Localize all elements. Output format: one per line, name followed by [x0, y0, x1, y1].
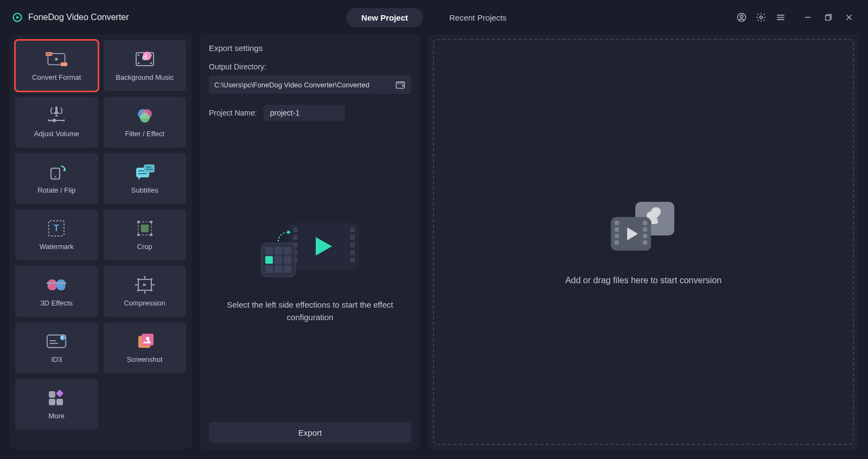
svg-rect-46 — [50, 342, 58, 343]
output-directory-field — [209, 75, 411, 94]
tool-card-screenshot[interactable]: Screenshot — [104, 322, 187, 373]
project-name-row: Project Name: — [209, 105, 411, 121]
tool-label: Screenshot — [127, 355, 163, 364]
screenshot-icon — [134, 333, 156, 350]
tool-card-background-music[interactable]: Background Music — [104, 40, 187, 91]
svg-rect-26 — [138, 173, 147, 174]
tab-new-project[interactable]: New Project — [346, 8, 423, 27]
file-dropzone[interactable]: Add or drag files here to start conversi… — [433, 39, 854, 445]
titlebar-right — [735, 10, 856, 24]
svg-rect-69 — [350, 250, 355, 255]
svg-rect-34 — [137, 221, 139, 223]
output-directory-input[interactable] — [214, 81, 391, 89]
tool-label: ID3 — [51, 355, 62, 364]
tool-label: Watermark — [40, 243, 74, 251]
tool-label: Adjust Volume — [34, 130, 79, 138]
svg-rect-81 — [265, 256, 273, 264]
close-icon[interactable] — [842, 10, 856, 24]
svg-rect-40 — [137, 278, 139, 280]
svg-rect-74 — [284, 247, 291, 254]
svg-rect-67 — [350, 235, 355, 240]
svg-rect-43 — [151, 290, 152, 291]
svg-rect-15 — [150, 62, 152, 64]
conversion-panel: Add or drag files here to start conversi… — [429, 35, 858, 449]
export-button[interactable]: Export — [209, 422, 411, 443]
dropzone-hint: Add or drag files here to start conversi… — [565, 276, 722, 285]
tool-card-crop[interactable]: Crop — [104, 209, 187, 260]
svg-rect-73 — [275, 247, 282, 254]
svg-point-3 — [760, 16, 763, 19]
svg-rect-36 — [137, 234, 139, 236]
gear-icon[interactable] — [754, 10, 768, 24]
svg-rect-53 — [49, 391, 55, 398]
effect-placeholder-hint: Select the left side effections to start… — [209, 299, 411, 323]
effect-placeholder: Select the left side effections to start… — [209, 121, 411, 416]
tool-card-compression[interactable]: Compression — [104, 266, 187, 317]
app-logo: FoneDog Video Converter — [12, 12, 129, 23]
svg-rect-86 — [615, 234, 619, 238]
tool-card-rotate-flip[interactable]: Rotate / Flip — [15, 153, 98, 204]
svg-rect-13 — [138, 62, 139, 64]
tool-card-filter-effect[interactable]: Filter / Effect — [104, 97, 187, 148]
svg-point-23 — [55, 176, 56, 177]
logo-icon — [12, 12, 23, 23]
crop-icon — [134, 220, 156, 237]
more-icon — [46, 389, 67, 406]
tool-card-id3[interactable]: ID3 — [15, 322, 98, 373]
svg-rect-85 — [615, 227, 619, 232]
maximize-icon[interactable] — [821, 10, 835, 24]
tool-label: Subtitles — [131, 186, 158, 194]
svg-rect-68 — [350, 243, 355, 247]
user-icon[interactable] — [735, 10, 749, 24]
svg-rect-37 — [150, 234, 152, 236]
tool-label: Convert Format — [32, 73, 81, 81]
tab-recent-projects[interactable]: Recent Projects — [434, 8, 522, 27]
svg-rect-33 — [141, 225, 149, 232]
titlebar: FoneDog Video Converter New Project Rece… — [4, 4, 864, 30]
3d-effects-icon — [46, 276, 67, 294]
svg-rect-41 — [151, 278, 152, 280]
svg-point-16 — [143, 52, 151, 60]
project-name-input[interactable] — [264, 105, 345, 121]
svg-text:T: T — [54, 224, 59, 233]
svg-point-21 — [140, 113, 150, 123]
browse-folder-icon[interactable] — [395, 79, 406, 90]
app-title: FoneDog Video Converter — [28, 12, 129, 22]
menu-icon[interactable] — [774, 10, 788, 24]
svg-rect-91 — [643, 240, 647, 245]
tool-label: More — [48, 412, 65, 420]
svg-point-2 — [741, 15, 743, 18]
effect-placeholder-icon — [256, 213, 365, 286]
svg-rect-35 — [150, 221, 152, 223]
tool-card-adjust-volume[interactable]: Adjust Volume — [15, 97, 98, 148]
svg-rect-42 — [137, 290, 139, 291]
tool-card-convert-format[interactable]: MP4Convert Format — [15, 40, 98, 91]
svg-point-17 — [55, 114, 58, 117]
compression-icon — [134, 276, 156, 294]
svg-rect-79 — [275, 265, 282, 273]
tool-label: Filter / Effect — [125, 130, 164, 138]
tool-label: Rotate / Flip — [37, 186, 75, 194]
svg-rect-27 — [144, 164, 155, 173]
export-settings-panel: Export settings Output Directory: Projec… — [200, 35, 420, 449]
tool-label: Compression — [124, 299, 165, 307]
subtitles-icon — [134, 163, 156, 181]
filter-effect-icon — [134, 107, 156, 124]
minimize-icon[interactable] — [801, 10, 815, 24]
svg-rect-89 — [643, 227, 647, 232]
tool-card-3d-effects[interactable]: 3D Effects — [15, 266, 98, 317]
dropzone-icon — [605, 199, 681, 260]
rotate-flip-icon — [46, 163, 67, 181]
tool-card-subtitles[interactable]: Subtitles — [104, 153, 187, 204]
tool-card-watermark[interactable]: TWatermark — [15, 209, 98, 260]
svg-rect-70 — [350, 258, 355, 263]
tool-label: Crop — [137, 243, 152, 251]
output-directory-label: Output Directory: — [209, 62, 411, 71]
svg-rect-76 — [275, 256, 282, 264]
tool-card-more[interactable]: More — [15, 379, 98, 430]
tool-label: 3D Effects — [40, 299, 73, 307]
top-tabs: New Project Recent Projects — [346, 8, 522, 27]
svg-rect-90 — [643, 234, 647, 238]
id3-icon — [46, 333, 67, 350]
project-name-label: Project Name: — [209, 109, 257, 117]
